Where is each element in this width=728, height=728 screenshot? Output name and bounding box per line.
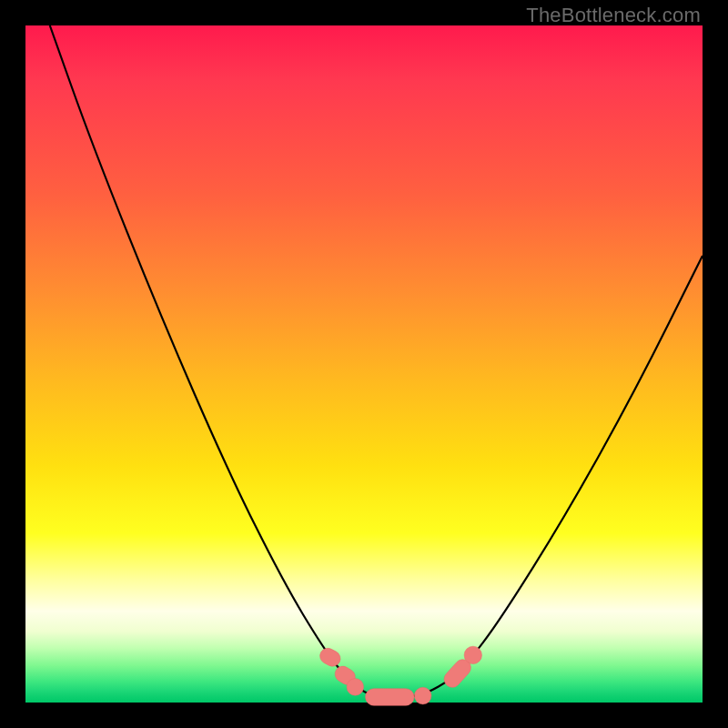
marker-capsule [318,645,343,669]
marker-dot [464,646,481,663]
outer-frame: TheBottleneck.com [0,0,728,728]
curve-overlay [25,25,703,703]
marker-dot [414,687,431,704]
bottleneck-curve [50,25,703,697]
attribution-label: TheBottleneck.com [526,4,701,27]
valley-markers [318,645,482,705]
marker-dot [347,679,364,696]
marker-capsule [366,689,415,706]
